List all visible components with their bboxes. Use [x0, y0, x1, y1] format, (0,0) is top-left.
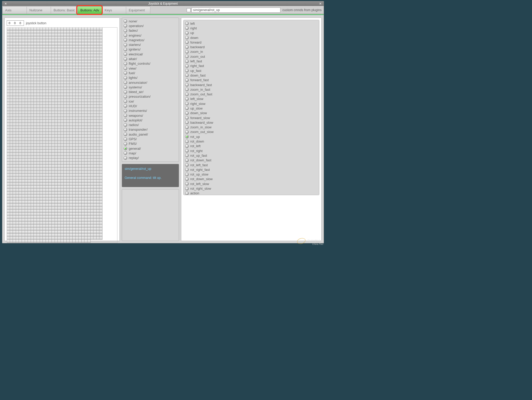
grid-button[interactable] — [49, 177, 52, 180]
grid-button[interactable] — [82, 198, 85, 201]
grid-button[interactable] — [84, 198, 88, 201]
grid-button[interactable] — [25, 54, 28, 57]
grid-button[interactable] — [16, 81, 19, 85]
grid-button[interactable] — [49, 210, 52, 213]
category-item[interactable]: view/ — [124, 66, 177, 71]
grid-button[interactable] — [97, 189, 100, 192]
grid-button[interactable] — [99, 66, 102, 70]
grid-button[interactable] — [10, 120, 13, 123]
grid-button[interactable] — [91, 204, 94, 207]
grid-button[interactable] — [61, 63, 64, 66]
grid-button[interactable] — [16, 111, 19, 114]
grid-button[interactable] — [55, 61, 58, 64]
grid-button[interactable] — [10, 46, 13, 49]
grid-button[interactable] — [99, 129, 102, 132]
grid-button[interactable] — [43, 195, 46, 198]
grid-button[interactable] — [34, 222, 37, 225]
grid-button[interactable] — [58, 129, 61, 132]
grid-button[interactable] — [40, 57, 43, 61]
grid-button[interactable] — [58, 123, 61, 126]
grid-button[interactable] — [64, 102, 67, 105]
grid-button[interactable] — [99, 177, 102, 180]
grid-button[interactable] — [93, 28, 97, 31]
grid-button[interactable] — [84, 78, 88, 81]
grid-button[interactable] — [52, 195, 55, 198]
grid-button[interactable] — [70, 46, 73, 49]
grid-button[interactable] — [61, 210, 64, 213]
grid-button[interactable] — [91, 93, 94, 96]
grid-button[interactable] — [97, 129, 100, 132]
grid-button[interactable] — [64, 99, 67, 102]
grid-button[interactable] — [84, 231, 88, 234]
grid-button[interactable] — [16, 129, 19, 132]
grid-button[interactable] — [73, 138, 76, 141]
grid-button[interactable] — [97, 228, 100, 231]
grid-button[interactable] — [61, 90, 64, 93]
grid-button[interactable] — [7, 69, 10, 72]
grid-button[interactable] — [70, 117, 73, 120]
grid-button[interactable] — [40, 129, 43, 132]
grid-button[interactable] — [22, 165, 25, 168]
grid-button[interactable] — [49, 81, 52, 85]
grid-button[interactable] — [88, 132, 91, 135]
grid-button[interactable] — [25, 231, 28, 234]
grid-button[interactable] — [19, 156, 22, 159]
grid-button[interactable] — [82, 219, 85, 222]
grid-button[interactable] — [61, 102, 64, 105]
grid-button[interactable] — [28, 180, 31, 183]
grid-button[interactable] — [16, 93, 19, 96]
grid-button[interactable] — [22, 240, 25, 243]
grid-button[interactable] — [73, 141, 76, 144]
grid-button[interactable] — [46, 210, 49, 213]
grid-button[interactable] — [82, 228, 85, 231]
grid-button[interactable] — [58, 195, 61, 198]
grid-button[interactable] — [52, 81, 55, 85]
grid-button[interactable] — [22, 61, 25, 64]
grid-button[interactable] — [34, 237, 37, 240]
grid-button[interactable] — [99, 195, 102, 198]
grid-button[interactable] — [82, 138, 85, 141]
grid-button[interactable] — [55, 204, 58, 207]
grid-button[interactable] — [40, 48, 43, 52]
grid-button[interactable] — [34, 87, 37, 90]
grid-button[interactable] — [91, 144, 94, 147]
grid-button[interactable] — [93, 183, 97, 186]
grid-button[interactable] — [61, 240, 64, 243]
grid-button[interactable] — [19, 46, 22, 49]
grid-button[interactable] — [40, 219, 43, 222]
grid-button[interactable] — [93, 204, 97, 207]
grid-button[interactable] — [31, 76, 34, 79]
grid-button[interactable] — [55, 66, 58, 70]
grid-button[interactable] — [93, 93, 97, 96]
grid-button[interactable] — [76, 114, 79, 117]
grid-button[interactable] — [73, 87, 76, 90]
grid-button[interactable] — [82, 126, 85, 129]
grid-button[interactable] — [97, 28, 100, 31]
grid-button[interactable] — [31, 228, 34, 231]
grid-button[interactable] — [13, 34, 16, 37]
grid-button[interactable] — [31, 93, 34, 96]
grid-button[interactable] — [84, 105, 88, 108]
grid-button[interactable] — [46, 162, 49, 165]
grid-button[interactable] — [49, 153, 52, 156]
grid-button[interactable] — [84, 48, 88, 52]
grid-button[interactable] — [99, 102, 102, 105]
grid-button[interactable] — [34, 31, 37, 34]
grid-button[interactable] — [46, 96, 49, 99]
grid-button[interactable] — [70, 61, 73, 64]
grid-button[interactable] — [16, 141, 19, 144]
grid-button[interactable] — [19, 102, 22, 105]
grid-button[interactable] — [34, 192, 37, 195]
grid-button[interactable] — [34, 219, 37, 222]
grid-button[interactable] — [46, 76, 49, 79]
grid-button[interactable] — [43, 99, 46, 102]
grid-button[interactable] — [7, 63, 10, 66]
grid-button[interactable] — [55, 171, 58, 174]
grid-button[interactable] — [52, 78, 55, 81]
grid-button[interactable] — [79, 144, 82, 147]
grid-button[interactable] — [49, 204, 52, 207]
grid-button[interactable] — [40, 168, 43, 171]
grid-button[interactable] — [43, 198, 46, 201]
grid-button[interactable] — [40, 93, 43, 96]
grid-button[interactable] — [58, 186, 61, 189]
